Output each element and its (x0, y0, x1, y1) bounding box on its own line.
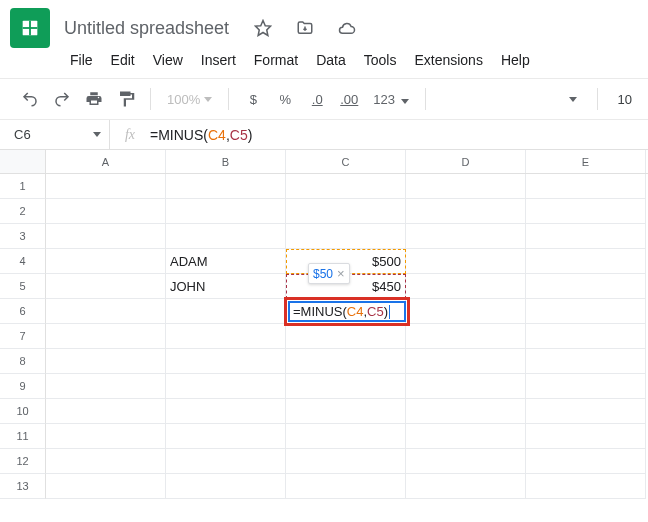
format-currency-button[interactable]: $ (239, 85, 267, 113)
cell[interactable] (166, 374, 286, 399)
cell[interactable] (526, 399, 646, 424)
font-dropdown-icon[interactable] (569, 97, 577, 102)
column-header[interactable]: A (46, 150, 166, 173)
star-icon[interactable] (251, 16, 275, 40)
cell[interactable] (46, 449, 166, 474)
cell[interactable] (526, 299, 646, 324)
decrease-decimal-button[interactable]: .0 (303, 85, 331, 113)
row-header[interactable]: 9 (0, 374, 46, 399)
cell[interactable] (46, 199, 166, 224)
spreadsheet-grid[interactable]: A B C D E 1 2 3 4ADAM$500 5JOHN$450 6 7 … (0, 150, 648, 499)
menu-data[interactable]: Data (308, 48, 354, 72)
cell[interactable] (286, 374, 406, 399)
cell[interactable] (166, 399, 286, 424)
cell[interactable] (46, 374, 166, 399)
cell[interactable] (406, 449, 526, 474)
move-to-folder-icon[interactable] (293, 16, 317, 40)
zoom-dropdown[interactable]: 100% (161, 92, 218, 107)
cell[interactable] (166, 349, 286, 374)
close-icon[interactable]: × (337, 266, 345, 281)
undo-button[interactable] (16, 85, 44, 113)
cell[interactable] (526, 199, 646, 224)
cell[interactable] (406, 199, 526, 224)
document-title[interactable]: Untitled spreadsheet (60, 16, 233, 40)
cell-B5[interactable]: JOHN (166, 274, 286, 299)
row-header[interactable]: 13 (0, 474, 46, 499)
column-header[interactable]: D (406, 150, 526, 173)
cell[interactable] (46, 274, 166, 299)
cell[interactable] (166, 324, 286, 349)
cell[interactable] (526, 349, 646, 374)
column-header[interactable]: C (286, 150, 406, 173)
menu-edit[interactable]: Edit (103, 48, 143, 72)
cell[interactable] (46, 349, 166, 374)
row-header[interactable]: 5 (0, 274, 46, 299)
font-size-value[interactable]: 10 (618, 92, 632, 107)
cell[interactable] (46, 174, 166, 199)
cell[interactable] (406, 324, 526, 349)
menu-extensions[interactable]: Extensions (406, 48, 490, 72)
row-header[interactable]: 7 (0, 324, 46, 349)
cell[interactable] (166, 299, 286, 324)
cell[interactable] (286, 399, 406, 424)
cell[interactable] (526, 324, 646, 349)
cell[interactable] (526, 174, 646, 199)
cell[interactable] (166, 224, 286, 249)
name-box[interactable]: C6 (0, 120, 110, 149)
cell[interactable] (286, 424, 406, 449)
cell[interactable] (526, 374, 646, 399)
cell[interactable] (406, 424, 526, 449)
cell[interactable] (526, 424, 646, 449)
cell[interactable] (46, 324, 166, 349)
cell[interactable] (286, 449, 406, 474)
cell[interactable] (46, 249, 166, 274)
menu-file[interactable]: File (62, 48, 101, 72)
cell[interactable] (166, 174, 286, 199)
cell[interactable] (286, 324, 406, 349)
menu-help[interactable]: Help (493, 48, 538, 72)
column-header[interactable]: E (526, 150, 646, 173)
row-header[interactable]: 1 (0, 174, 46, 199)
row-header[interactable]: 4 (0, 249, 46, 274)
cell[interactable] (286, 474, 406, 499)
cell[interactable] (406, 299, 526, 324)
row-header[interactable]: 3 (0, 224, 46, 249)
cell[interactable] (46, 474, 166, 499)
cell[interactable] (286, 224, 406, 249)
redo-button[interactable] (48, 85, 76, 113)
cell[interactable] (286, 349, 406, 374)
cell[interactable] (406, 399, 526, 424)
cell[interactable] (166, 474, 286, 499)
cloud-status-icon[interactable] (335, 16, 359, 40)
row-header[interactable]: 8 (0, 349, 46, 374)
column-header[interactable]: B (166, 150, 286, 173)
cell[interactable] (286, 199, 406, 224)
cell[interactable] (406, 174, 526, 199)
cell[interactable] (166, 424, 286, 449)
cell[interactable] (46, 299, 166, 324)
cell[interactable] (406, 474, 526, 499)
select-all-corner[interactable] (0, 150, 46, 173)
cell[interactable] (406, 224, 526, 249)
row-header[interactable]: 6 (0, 299, 46, 324)
cell[interactable] (46, 424, 166, 449)
print-button[interactable] (80, 85, 108, 113)
menu-insert[interactable]: Insert (193, 48, 244, 72)
menu-tools[interactable]: Tools (356, 48, 405, 72)
menu-format[interactable]: Format (246, 48, 306, 72)
row-header[interactable]: 11 (0, 424, 46, 449)
row-header[interactable]: 2 (0, 199, 46, 224)
menu-view[interactable]: View (145, 48, 191, 72)
cell[interactable] (406, 374, 526, 399)
cell[interactable] (406, 274, 526, 299)
increase-decimal-button[interactable]: .00 (335, 85, 363, 113)
row-header[interactable]: 12 (0, 449, 46, 474)
cell-B4[interactable]: ADAM (166, 249, 286, 274)
cell[interactable] (406, 349, 526, 374)
cell[interactable] (46, 224, 166, 249)
cell[interactable] (46, 399, 166, 424)
cell[interactable] (166, 199, 286, 224)
row-header[interactable]: 10 (0, 399, 46, 424)
cell[interactable] (526, 274, 646, 299)
cell[interactable] (406, 249, 526, 274)
